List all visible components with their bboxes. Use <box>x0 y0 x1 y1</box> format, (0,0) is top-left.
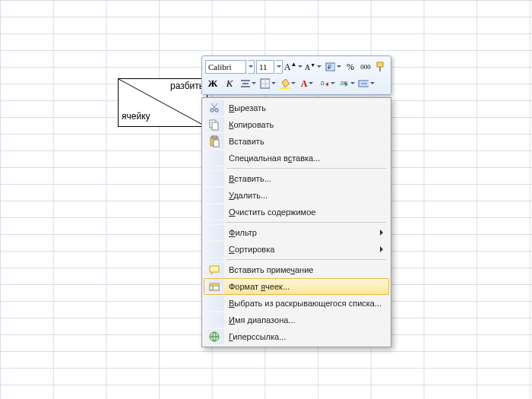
svg-rect-15 <box>212 136 217 138</box>
svg-rect-17 <box>210 266 219 272</box>
bold-button[interactable]: Ж <box>205 76 220 91</box>
font-name-input[interactable] <box>205 60 246 74</box>
svg-rect-3 <box>377 62 383 67</box>
borders-button[interactable] <box>258 76 277 91</box>
decrease-decimal-button[interactable]: .0 <box>318 76 336 91</box>
menu-copy[interactable]: Копировать <box>204 116 389 133</box>
menu-pick-from-list[interactable]: Выбрать из раскрывающегося списка... <box>204 295 389 312</box>
svg-text:₽: ₽ <box>328 64 331 71</box>
cell-text-bottom: ячейку <box>122 111 150 122</box>
comma-style-button[interactable]: 000 <box>359 59 372 74</box>
decrease-decimal-icon: .0 <box>318 78 329 90</box>
increase-decimal-icon: .00 <box>338 78 349 90</box>
bucket-icon <box>279 78 290 90</box>
font-color-button[interactable]: A <box>298 76 316 91</box>
grow-font-button[interactable]: A▲ <box>284 59 302 74</box>
menu-separator <box>204 220 389 224</box>
menu-cut[interactable]: Вырезать <box>204 100 389 116</box>
menu-clear-contents[interactable]: Очистить содержимое <box>204 204 389 220</box>
comment-icon <box>208 264 220 276</box>
format-cells-icon <box>208 280 220 293</box>
merged-cell-diagonal[interactable]: разбить ячейку <box>118 78 207 127</box>
cell-text-top: разбить <box>170 81 204 91</box>
accounting-format-button[interactable]: ₽ <box>324 59 342 74</box>
italic-button[interactable]: К <box>222 76 237 91</box>
menu-name-range[interactable]: Имя диапазона... <box>204 312 389 328</box>
merge-icon <box>358 78 369 90</box>
menu-insert[interactable]: Вставить... <box>204 170 389 187</box>
menu-format-cells[interactable]: Формат ячеек... <box>204 278 389 295</box>
font-size-dropdown[interactable] <box>276 60 283 74</box>
hyperlink-icon <box>208 331 220 343</box>
borders-icon <box>259 78 270 90</box>
menu-filter[interactable]: Фильтр <box>204 224 389 241</box>
svg-rect-4 <box>379 67 381 71</box>
paste-icon <box>208 135 220 147</box>
menu-separator <box>204 258 389 261</box>
mini-toolbar: A▲ A▼ ₽ % 000 Ж К A .0 .00 <box>201 55 391 95</box>
menu-separator <box>204 166 389 170</box>
menu-paste-special[interactable]: Специальная вставка... <box>204 150 389 166</box>
increase-decimal-button[interactable]: .00 <box>337 76 356 91</box>
submenu-arrow-icon <box>378 225 388 240</box>
svg-rect-19 <box>210 283 219 286</box>
menu-insert-comment[interactable]: Вставить примечание <box>204 261 389 278</box>
menu-sort[interactable]: Сортировка <box>204 241 389 258</box>
align-center-icon <box>239 78 250 90</box>
fill-color-button[interactable] <box>278 76 296 91</box>
svg-text:.0: .0 <box>319 80 325 87</box>
font-size-input[interactable] <box>256 60 274 74</box>
menu-delete[interactable]: Удалить... <box>204 187 389 204</box>
shrink-font-button[interactable]: A▼ <box>304 59 322 74</box>
context-menu: Вырезать Копировать Вставить Специальная… <box>201 97 391 347</box>
svg-rect-13 <box>212 122 218 130</box>
align-center-button[interactable] <box>239 76 257 91</box>
menu-hyperlink[interactable]: Гиперссылка... <box>204 328 389 345</box>
submenu-arrow-icon <box>378 242 388 257</box>
percent-button[interactable]: % <box>344 59 357 74</box>
paintbrush-icon <box>375 61 387 73</box>
svg-rect-16 <box>214 140 219 147</box>
money-icon: ₽ <box>325 61 335 73</box>
menu-paste[interactable]: Вставить <box>204 133 389 150</box>
format-painter-button[interactable] <box>374 59 388 74</box>
merge-center-button[interactable] <box>357 76 375 91</box>
font-name-dropdown[interactable] <box>248 60 255 74</box>
copy-icon <box>208 119 220 131</box>
scissors-icon <box>208 102 220 114</box>
svg-rect-6 <box>280 87 290 89</box>
